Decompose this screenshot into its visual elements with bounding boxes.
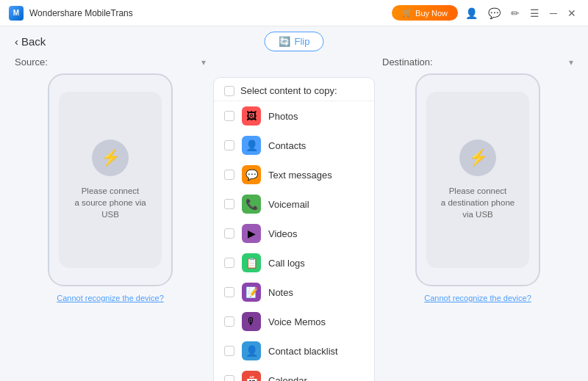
item-checkbox-5[interactable] <box>224 258 234 268</box>
middle-panel: Select content to copy: 🖼 Photos 👤 Conta… <box>206 54 382 381</box>
chat-icon[interactable]: 💬 <box>485 6 503 21</box>
item-icon-contacts: 👤 <box>242 136 261 155</box>
destination-dropdown-arrow[interactable]: ▾ <box>569 57 573 68</box>
list-item[interactable]: 🎙 Voice Memos <box>214 307 374 336</box>
item-icon-calendar: 📅 <box>242 371 261 381</box>
item-label-1: Contacts <box>268 140 306 151</box>
list-item[interactable]: 💬 Text messages <box>214 160 374 189</box>
item-label-2: Text messages <box>268 170 332 181</box>
destination-cannot-recognize[interactable]: Cannot recognize the device? <box>424 294 531 302</box>
back-row: ‹ Back 🔄 Flip <box>15 26 573 54</box>
list-item[interactable]: 👤 Contacts <box>214 131 374 160</box>
item-icon-call-logs: 📋 <box>242 253 261 272</box>
item-checkbox-4[interactable] <box>224 228 234 239</box>
destination-usb-icon: ⚡ <box>459 139 496 176</box>
app-title: Wondershare MobileTrans <box>29 8 133 18</box>
menu-icon[interactable]: ☰ <box>527 6 542 21</box>
close-icon[interactable]: ✕ <box>564 6 579 21</box>
source-panel: Source: ▾ ⚡ Please connect a source phon… <box>15 54 206 381</box>
flip-button[interactable]: 🔄 Flip <box>265 32 324 51</box>
item-checkbox-8[interactable] <box>224 346 234 356</box>
list-item[interactable]: 📞 Voicemail <box>214 189 374 219</box>
buy-now-button[interactable]: 🛒 Buy Now <box>392 5 458 21</box>
app-icon: M <box>9 6 24 21</box>
titlebar-right: 🛒 Buy Now 👤 💬 ✏ ☰ ─ ✕ <box>392 5 579 21</box>
item-icon-voicemail: 📞 <box>242 195 261 214</box>
list-item[interactable]: 📝 Notes <box>214 277 374 307</box>
source-cannot-recognize[interactable]: Cannot recognize the device? <box>57 294 164 302</box>
list-item[interactable]: 🖼 Photos <box>214 101 374 131</box>
list-header: Select content to copy: <box>214 78 374 101</box>
list-item[interactable]: ▶ Videos <box>214 219 374 248</box>
source-label: Source: <box>15 57 48 68</box>
content-list-scroll[interactable]: 🖼 Photos 👤 Contacts 💬 Text messages 📞 Vo… <box>214 101 374 381</box>
destination-phone-screen: ⚡ Please connect a destination phone via… <box>426 92 529 268</box>
destination-panel: Destination: ▾ ⚡ Please connect a destin… <box>382 54 573 381</box>
item-checkbox-0[interactable] <box>224 111 234 121</box>
list-item[interactable]: 👤 Contact blacklist <box>214 336 374 366</box>
item-label-4: Videos <box>268 228 298 239</box>
item-checkbox-3[interactable] <box>224 199 234 209</box>
titlebar: M Wondershare MobileTrans 🛒 Buy Now 👤 💬 … <box>0 0 588 26</box>
content-list-box: Select content to copy: 🖼 Photos 👤 Conta… <box>213 77 375 381</box>
item-icon-videos: ▶ <box>242 224 261 243</box>
destination-label-row: Destination: ▾ <box>382 54 573 73</box>
list-header-label: Select content to copy: <box>240 85 337 96</box>
source-phone-screen: ⚡ Please connect a source phone via USB <box>59 92 162 268</box>
select-all-checkbox[interactable] <box>224 86 234 96</box>
item-label-8: Contact blacklist <box>268 346 338 357</box>
edit-icon[interactable]: ✏ <box>508 6 523 21</box>
item-icon-voice-memos: 🎙 <box>242 312 261 331</box>
source-usb-icon: ⚡ <box>92 139 129 176</box>
source-phone-frame: ⚡ Please connect a source phone via USB <box>48 73 173 286</box>
list-item[interactable]: 📋 Call logs <box>214 248 374 277</box>
titlebar-left: M Wondershare MobileTrans <box>9 6 133 21</box>
source-phone-label: Please connect a source phone via USB <box>74 185 146 220</box>
item-checkbox-2[interactable] <box>224 170 234 180</box>
item-checkbox-7[interactable] <box>224 316 234 327</box>
user-icon[interactable]: 👤 <box>462 6 481 21</box>
item-label-9: Calendar <box>268 375 307 382</box>
item-label-3: Voicemail <box>268 199 309 210</box>
back-button[interactable]: ‹ Back <box>15 35 46 48</box>
item-icon-photos: 🖼 <box>242 106 261 126</box>
destination-phone-label: Please connect a destination phone via U… <box>441 185 514 220</box>
item-checkbox-9[interactable] <box>224 375 234 381</box>
source-label-row: Source: ▾ <box>15 54 206 73</box>
item-icon-text-messages: 💬 <box>242 165 261 184</box>
item-label-7: Voice Memos <box>268 316 326 327</box>
list-item[interactable]: 📅 Calendar <box>214 366 374 381</box>
item-label-6: Notes <box>268 287 293 298</box>
destination-label: Destination: <box>382 57 433 68</box>
item-icon-notes: 📝 <box>242 283 261 302</box>
back-arrow-icon: ‹ <box>15 35 18 48</box>
item-label-0: Photos <box>268 111 298 122</box>
item-checkbox-6[interactable] <box>224 287 234 297</box>
three-column-layout: Source: ▾ ⚡ Please connect a source phon… <box>15 54 573 381</box>
minimize-icon[interactable]: ─ <box>547 6 560 21</box>
cart-icon: 🛒 <box>402 8 412 18</box>
destination-phone-frame: ⚡ Please connect a destination phone via… <box>415 73 540 286</box>
main-content: ‹ Back 🔄 Flip Source: ▾ ⚡ Please connect… <box>0 26 588 381</box>
item-label-5: Call logs <box>268 258 305 269</box>
item-icon-contact-blacklist: 👤 <box>242 341 261 360</box>
flip-icon: 🔄 <box>279 36 290 47</box>
item-checkbox-1[interactable] <box>224 140 234 150</box>
